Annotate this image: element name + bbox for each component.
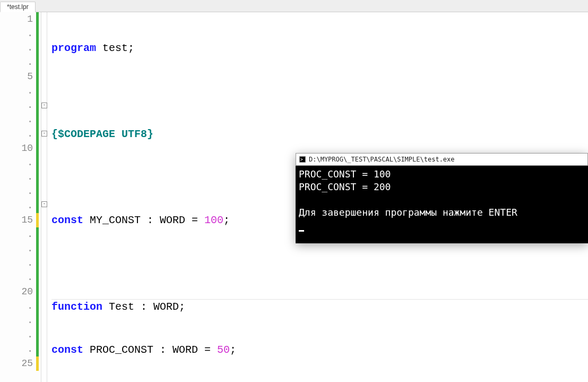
console-titlebar[interactable]: > D:\MYPROG\_TEST\PASCAL\SIMPLE\test.exe <box>296 153 588 166</box>
console-cursor <box>299 230 304 232</box>
tab-active[interactable]: *test.lpr <box>0 2 36 12</box>
fold-toggle-icon[interactable]: - <box>41 201 47 207</box>
fold-toggle-icon[interactable]: - <box>41 131 47 137</box>
fold-toggle-icon[interactable]: - <box>41 103 47 108</box>
fold-gutter: - - - <box>41 12 47 382</box>
console-icon: > <box>299 156 306 163</box>
line-number-gutter: 1 . . . 5 . . . . 10 . . . . 15 . . . . … <box>0 12 41 382</box>
code-editor[interactable]: 1 . . . 5 . . . . 10 . . . . 15 . . . . … <box>0 12 588 382</box>
console-title-text: D:\MYPROG\_TEST\PASCAL\SIMPLE\test.exe <box>309 152 455 167</box>
svg-text:>: > <box>300 157 303 162</box>
console-window[interactable]: > D:\MYPROG\_TEST\PASCAL\SIMPLE\test.exe… <box>296 153 588 243</box>
console-output: PROC_CONST = 100 PROC_CONST = 200 Для за… <box>296 166 588 243</box>
tab-bar: *test.lpr <box>0 0 588 12</box>
